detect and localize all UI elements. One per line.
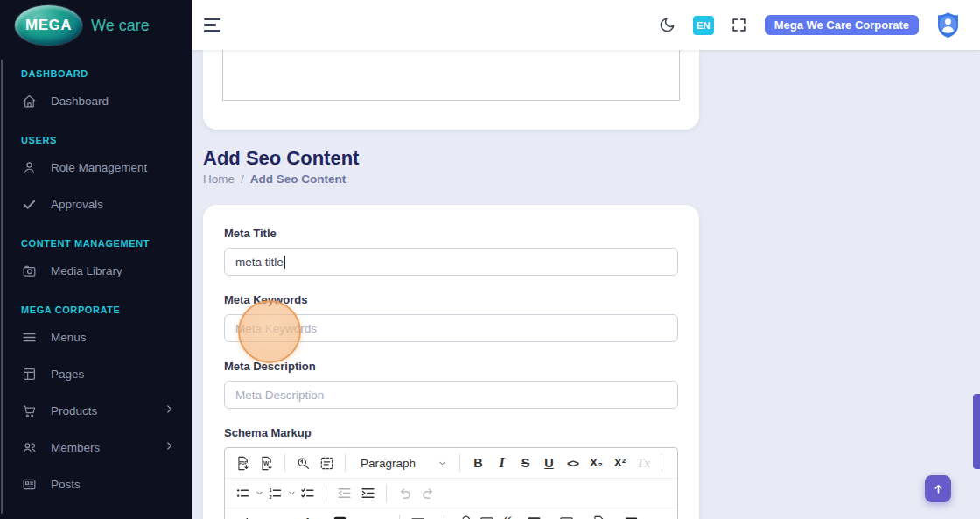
sidebar-item-label: Approvals [51, 198, 175, 211]
insert-image-button[interactable] [476, 512, 498, 519]
sidebar-item-pages[interactable]: Pages [0, 355, 192, 392]
link-button[interactable] [452, 512, 474, 519]
editor-toolbar-row-2: 12 [225, 478, 677, 508]
nav-section-dashboard: DASHBOARDDashboard [0, 68, 192, 119]
breadcrumb-home-link[interactable]: Home [203, 172, 234, 186]
undo-icon [396, 485, 413, 501]
meta-description-input[interactable] [224, 381, 678, 409]
logo-tagline-text: We care [91, 17, 150, 35]
brand-logo[interactable]: MEGA We care [0, 0, 192, 51]
seo-form-card: Meta Title meta title Meta Keywords Meta… [203, 205, 699, 519]
find-and-replace-button[interactable] [292, 452, 314, 474]
meta-keywords-input[interactable] [224, 314, 678, 342]
truncated-editor-box[interactable] [222, 50, 680, 101]
highlight-button[interactable] [361, 512, 383, 519]
sidebar-item-label: Posts [51, 478, 175, 491]
meta-keywords-label: Meta Keywords [224, 293, 678, 306]
code-button[interactable]: <> [562, 452, 584, 474]
numbered-list-button[interactable]: 12 [264, 482, 286, 504]
sidebar-item-products[interactable]: Products [0, 392, 192, 429]
scroll-to-top-button[interactable] [925, 475, 951, 502]
indent-button[interactable] [357, 482, 379, 504]
underline-button[interactable]: U [538, 452, 560, 474]
page-title: Add Seo Content [203, 147, 699, 170]
code-block-button[interactable] [588, 512, 610, 519]
logo-brand-text: MEGA [25, 17, 72, 34]
page-scrollbar-thumb[interactable] [973, 394, 980, 469]
svg-text:1: 1 [270, 487, 273, 493]
pages-icon [21, 366, 38, 382]
todo-list-button[interactable] [297, 482, 318, 504]
editor-toolbar-row-1: PDFWParagraphBISU<>X₂X²Tx [225, 448, 677, 478]
sidebar-nav: DASHBOARDDashboardUSERSRole ManagementAp… [0, 51, 192, 502]
html-embed-button[interactable]: HTML [620, 512, 642, 519]
font-family-icon: A [267, 515, 284, 519]
font-background-color-button[interactable]: A [329, 512, 351, 519]
home-icon [21, 93, 38, 109]
text-alignment-button[interactable] [407, 512, 429, 519]
sidebar-scrollbar[interactable] [1, 60, 3, 514]
schema-markup-field-group: Schema Markup PDFWParagraphBISU<>X₂X²Tx … [224, 426, 678, 519]
bold-button[interactable]: B [467, 452, 489, 474]
nav-section-label: DASHBOARD [0, 68, 192, 82]
previous-form-card [203, 50, 699, 130]
link-icon [455, 515, 472, 519]
strikethrough-button[interactable]: S [514, 452, 536, 474]
list-todo-icon [299, 485, 316, 501]
remove-format-glyph: Tx [636, 457, 650, 470]
sidebar-item-role-management[interactable]: Role Management [0, 149, 192, 186]
sidebar-item-approvals[interactable]: Approvals [0, 186, 192, 222]
workspace-button[interactable]: Mega We Care Corporate [765, 15, 919, 35]
toolbar-divider [326, 485, 326, 502]
image-upload-icon [479, 515, 495, 519]
sidebar-item-posts[interactable]: Posts [0, 466, 192, 502]
export-pdf-button[interactable]: PDF [232, 452, 254, 474]
mega-logo-ellipse: MEGA [15, 5, 82, 46]
sidebar-item-media-library[interactable]: Media Library [0, 252, 192, 289]
user-avatar-icon[interactable] [934, 11, 962, 39]
sidebar-item-label: Dashboard [51, 95, 175, 108]
font-family-button[interactable]: A [264, 512, 286, 519]
outdent-button [333, 482, 355, 504]
meta-title-label: Meta Title [224, 227, 678, 240]
bulleted-list-button[interactable] [232, 482, 254, 504]
code-glyph: <> [567, 458, 578, 469]
sidebar-item-menus[interactable]: Menus [0, 319, 192, 355]
bulleted-list-dropdown-chevron[interactable] [256, 489, 263, 497]
svg-text:2: 2 [270, 494, 273, 500]
sidebar-item-dashboard[interactable]: Dashboard [0, 82, 192, 119]
italic-button[interactable]: I [491, 452, 513, 474]
block-quote-icon: “ [502, 515, 519, 519]
font-size-button[interactable]: A [232, 512, 254, 519]
main-content: Add Seo Content Home / Add Seo Content M… [192, 50, 980, 519]
sidebar-item-members[interactable]: Members [0, 429, 192, 466]
nav-section-label: USERS [0, 135, 192, 149]
find-replace-icon [295, 455, 312, 472]
heading-dropdown[interactable]: Paragraph [354, 452, 452, 474]
dark-mode-icon[interactable] [657, 15, 678, 36]
toolbar-divider [345, 454, 346, 472]
subscript-button[interactable]: X₂ [585, 452, 607, 474]
meta-keywords-field-group: Meta Keywords [224, 293, 678, 342]
select-all-button[interactable] [316, 452, 338, 474]
meta-title-field-group: Meta Title meta title [224, 227, 678, 276]
language-badge[interactable]: EN [693, 16, 714, 35]
members-icon [21, 439, 38, 456]
fullscreen-icon[interactable] [729, 15, 750, 36]
block-quote-button[interactable]: “ [500, 512, 522, 519]
insert-media-button[interactable] [556, 512, 578, 519]
meta-title-input[interactable]: meta title [224, 248, 678, 276]
menu-icon [21, 329, 38, 346]
font-color-button[interactable]: A [297, 512, 318, 519]
toolbar-divider [399, 515, 400, 519]
camera-icon [21, 263, 38, 279]
indent-icon [360, 485, 376, 501]
export-word-button[interactable]: W [256, 452, 277, 474]
superscript-button[interactable]: X² [609, 452, 631, 474]
sidebar-toggle-button[interactable] [204, 18, 223, 32]
media-icon [558, 515, 575, 519]
code-block-icon [591, 515, 607, 519]
numbered-list-dropdown-chevron[interactable] [288, 489, 296, 497]
html-embed-icon: HTML [623, 515, 640, 519]
insert-table-button[interactable] [523, 512, 545, 519]
